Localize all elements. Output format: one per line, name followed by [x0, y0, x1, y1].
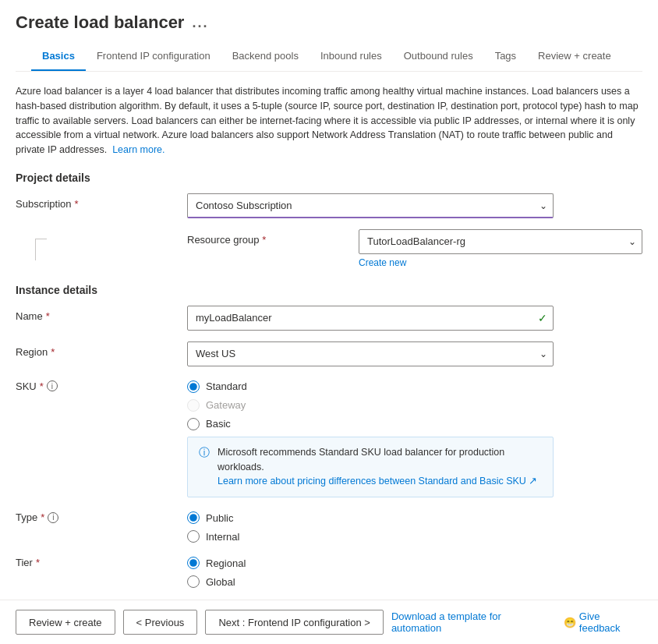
sku-learn-more-link[interactable]: Learn more about pricing differences bet… — [218, 476, 537, 487]
region-select-wrapper: West US ⌄ — [187, 341, 554, 366]
type-label: Type * i — [16, 508, 187, 523]
tier-regional-radio[interactable] — [187, 557, 200, 569]
sku-info-box: ⓘ Microsoft recommends Standard SKU load… — [187, 437, 554, 497]
indent-line — [35, 239, 36, 260]
type-public-radio[interactable] — [187, 511, 200, 524]
type-internal-radio[interactable] — [187, 530, 200, 543]
tier-row: Tier * Regional Global — [16, 554, 642, 588]
sku-row: SKU * i Standard Gateway — [16, 377, 642, 497]
sku-basic-option[interactable]: Basic — [187, 418, 642, 430]
sku-basic-radio[interactable] — [187, 418, 200, 430]
download-link-text: Download a template for automation — [391, 610, 551, 634]
sku-standard-radio[interactable] — [187, 380, 200, 393]
subscription-row: Subscription * Contoso Subscription ⌄ — [16, 193, 642, 218]
subscription-label: Subscription * — [16, 193, 187, 210]
resource-group-label-container: Resource group * — [187, 229, 343, 246]
resource-group-control: TutorLoadBalancer-rg ⌄ Create new — [359, 229, 642, 268]
tab-backend-pools[interactable]: Backend pools — [221, 42, 310, 71]
region-label: Region * — [16, 341, 187, 358]
sku-gateway-option[interactable]: Gateway — [187, 399, 642, 412]
name-check-icon: ✓ — [538, 312, 547, 324]
type-info-icon[interactable]: i — [48, 512, 58, 523]
resource-group-row: Resource group * TutorLoadBalancer-rg ⌄ … — [16, 229, 642, 268]
create-new-link[interactable]: Create new — [359, 257, 642, 268]
name-required: * — [46, 310, 50, 322]
name-input[interactable] — [187, 306, 554, 331]
type-internal-option[interactable]: Internal — [187, 530, 642, 543]
page-title-bar: Create load balancer ... — [16, 12, 642, 33]
description-text: Azure load balancer is a layer 4 load ba… — [16, 84, 642, 157]
sku-gateway-label: Gateway — [206, 399, 246, 411]
subscription-control: Contoso Subscription ⌄ — [187, 193, 642, 218]
project-details-title: Project details — [16, 172, 642, 184]
type-public-label: Public — [206, 512, 233, 524]
info-box-icon: ⓘ — [199, 446, 210, 460]
sku-info-icon[interactable]: i — [47, 380, 58, 391]
sku-required: * — [40, 380, 44, 392]
subscription-required: * — [75, 198, 79, 210]
instance-details-title: Instance details — [16, 284, 642, 296]
subscription-select-wrapper: Contoso Subscription ⌄ — [187, 193, 554, 218]
feedback-link-text: Give feedback — [579, 610, 642, 634]
name-control: ✓ — [187, 306, 642, 331]
tier-label: Tier * — [16, 554, 187, 568]
tab-frontend-ip[interactable]: Frontend IP configuration — [86, 42, 221, 71]
region-required: * — [51, 346, 55, 358]
region-select[interactable]: West US — [187, 341, 554, 366]
tab-bar: Basics Frontend IP configuration Backend… — [16, 42, 642, 72]
main-content: Azure load balancer is a layer 4 load ba… — [0, 72, 658, 600]
name-row: Name * ✓ — [16, 306, 642, 331]
sku-radio-group: Standard Gateway Basic — [187, 377, 642, 430]
tab-inbound-rules[interactable]: Inbound rules — [310, 42, 393, 71]
resource-group-select-wrapper: TutorLoadBalancer-rg ⌄ — [359, 229, 642, 254]
instance-details-section: Instance details Name * ✓ Region — [16, 284, 642, 588]
page-title: Create load balancer — [16, 12, 184, 33]
sku-gateway-radio[interactable] — [187, 399, 200, 412]
tier-radio-group: Regional Global — [187, 554, 642, 588]
tier-regional-option[interactable]: Regional — [187, 557, 642, 569]
learn-more-link[interactable]: Learn more. — [112, 144, 164, 155]
download-link[interactable]: Download a template for automation — [391, 610, 551, 634]
sku-standard-label: Standard — [206, 380, 247, 392]
tier-global-radio[interactable] — [187, 575, 200, 588]
type-row: Type * i Public Internal — [16, 508, 642, 543]
sku-control: Standard Gateway Basic ⓘ — [187, 377, 642, 497]
resource-group-required: * — [262, 234, 266, 246]
project-details-section: Project details Subscription * Contoso S… — [16, 172, 642, 268]
page-title-ellipsis: ... — [192, 15, 208, 31]
tab-tags[interactable]: Tags — [484, 42, 527, 71]
subscription-select[interactable]: Contoso Subscription — [187, 193, 554, 218]
type-required: * — [41, 511, 44, 523]
region-control: West US ⌄ — [187, 341, 642, 366]
sku-standard-option[interactable]: Standard — [187, 380, 642, 393]
header: Create load balancer ... Basics Frontend… — [0, 0, 658, 72]
sku-label: SKU * i — [16, 377, 187, 392]
footer-right: Download a template for automation 😁 Giv… — [391, 610, 642, 634]
tier-required: * — [36, 557, 40, 568]
feedback-link[interactable]: 😁 Give feedback — [564, 610, 642, 634]
footer: Review + create < Previous Next : Fronte… — [0, 600, 658, 644]
resource-group-area: Resource group * TutorLoadBalancer-rg ⌄ … — [187, 229, 642, 268]
resource-group-label: Resource group * — [187, 234, 266, 246]
name-field-wrapper: ✓ — [187, 306, 554, 331]
tier-global-label: Global — [206, 576, 235, 588]
tab-basics[interactable]: Basics — [31, 42, 86, 71]
name-label: Name * — [16, 306, 187, 322]
type-radio-group: Public Internal — [187, 508, 642, 543]
previous-button[interactable]: < Previous — [123, 610, 198, 635]
type-control: Public Internal — [187, 508, 642, 543]
tier-control: Regional Global — [187, 554, 642, 588]
tab-review-create[interactable]: Review + create — [527, 42, 622, 71]
tier-global-option[interactable]: Global — [187, 575, 642, 588]
resource-group-indent-decoration — [35, 229, 47, 246]
page-container: Create load balancer ... Basics Frontend… — [0, 0, 658, 644]
tab-outbound-rules[interactable]: Outbound rules — [393, 42, 484, 71]
review-create-button[interactable]: Review + create — [16, 610, 115, 635]
sku-basic-label: Basic — [206, 418, 231, 430]
type-public-option[interactable]: Public — [187, 511, 642, 524]
resource-group-select[interactable]: TutorLoadBalancer-rg — [359, 229, 642, 254]
tier-regional-label: Regional — [206, 557, 246, 569]
indent-corner — [36, 239, 47, 239]
type-internal-label: Internal — [206, 531, 239, 543]
next-button[interactable]: Next : Frontend IP configuration > — [205, 610, 384, 635]
